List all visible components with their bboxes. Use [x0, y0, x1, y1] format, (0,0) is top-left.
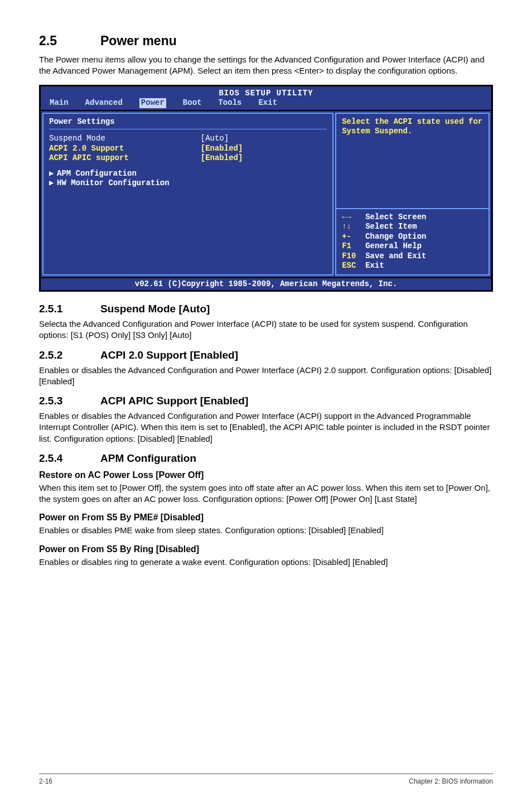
key-row: ↑↓Select Item: [342, 222, 483, 232]
key-row: ESCExit: [342, 261, 483, 271]
bios-submenu-label: HW Monitor Configuration: [57, 178, 170, 187]
key-icon: ←→: [342, 212, 362, 223]
key-desc: Change Option: [365, 232, 426, 242]
subsection-number: 2.5.4: [39, 452, 100, 465]
item-heading: Power on From S5 By PME# [Disabled]: [39, 513, 493, 523]
key-desc: Select Item: [365, 222, 417, 232]
key-icon: F10: [342, 252, 362, 262]
subsection-number: 2.5.1: [39, 303, 100, 315]
bios-tab-exit[interactable]: Exit: [258, 98, 277, 108]
bios-screenshot: BIOS SETUP UTILITY Main Advanced Power B…: [39, 85, 493, 292]
bios-item-value: [Enabled]: [201, 144, 327, 154]
page-number: 2-16: [39, 777, 52, 785]
key-icon: ESC: [342, 261, 362, 271]
section-number: 2.5: [39, 33, 100, 49]
subsection-number: 2.5.2: [39, 349, 100, 361]
key-row: F10Save and Exit: [342, 252, 483, 262]
bios-footer: v02.61 (C)Copyright 1985-2009, American …: [41, 277, 491, 291]
bios-tabs: Main Advanced Power Boot Tools Exit: [44, 98, 488, 108]
key-desc: Select Screen: [365, 212, 426, 223]
item-body: When this item set to [Power Off], the s…: [39, 482, 493, 505]
subsection-body: Enables or disables the Advanced Configu…: [39, 410, 493, 445]
bios-panel-title: Power Settings: [49, 117, 327, 127]
subsection-title: ACPI APIC Support [Enabled]: [100, 395, 248, 407]
bios-tab-tools[interactable]: Tools: [218, 98, 241, 108]
key-desc: Save and Exit: [365, 252, 426, 262]
bios-item-label: ACPI APIC support: [49, 153, 201, 163]
bios-tab-boot[interactable]: Boot: [183, 98, 202, 108]
bios-key-legend: ←→Select Screen ↑↓Select Item +-Change O…: [335, 209, 490, 276]
bios-submenu-label: APM Configuration: [57, 169, 137, 178]
subsection-title: APM Configuration: [100, 452, 196, 464]
bios-tab-main[interactable]: Main: [50, 98, 69, 108]
bios-tab-advanced[interactable]: Advanced: [85, 98, 123, 108]
subsection-heading: 2.5.4APM Configuration: [39, 452, 493, 465]
bios-item-suspend-mode[interactable]: Suspend Mode [Auto]: [49, 134, 327, 144]
spacer: [49, 163, 327, 169]
chapter-label: Chapter 2: BIOS information: [409, 777, 493, 785]
triangle-right-icon: ▶: [49, 178, 57, 189]
item-body: Enables or disables ring to generate a w…: [39, 557, 493, 568]
intro-paragraph: The Power menu items allow you to change…: [39, 54, 493, 77]
subsection-title: ACPI 2.0 Support [Enabled]: [100, 349, 238, 361]
subsection-body: Enables or disables the Advanced Configu…: [39, 365, 493, 388]
bios-item-label: Suspend Mode: [49, 134, 201, 144]
bios-item-acpi-apic[interactable]: ACPI APIC support [Enabled]: [49, 153, 327, 163]
key-icon: F1: [342, 241, 362, 252]
subsection-heading: 2.5.1Suspend Mode [Auto]: [39, 303, 493, 315]
item-heading: Power on From S5 By Ring [Disabled]: [39, 544, 493, 554]
key-desc: General Help: [365, 241, 422, 252]
subsection-number: 2.5.3: [39, 395, 100, 407]
key-desc: Exit: [365, 261, 384, 271]
subsection-heading: 2.5.3ACPI APIC Support [Enabled]: [39, 395, 493, 407]
bios-right-panel: Select the ACPI state used for System Su…: [335, 113, 490, 276]
divider: [49, 129, 327, 129]
bios-help-text: Select the ACPI state used for System Su…: [335, 113, 490, 209]
bios-submenu-apm[interactable]: ▶APM Configuration: [49, 169, 327, 179]
bios-item-value: [Auto]: [201, 134, 327, 144]
subsection-heading: 2.5.2ACPI 2.0 Support [Enabled]: [39, 349, 493, 361]
bios-header: BIOS SETUP UTILITY Main Advanced Power B…: [41, 86, 491, 110]
bios-item-acpi20[interactable]: ACPI 2.0 Support [Enabled]: [49, 144, 327, 154]
bios-body: Power Settings Suspend Mode [Auto] ACPI …: [41, 110, 491, 277]
triangle-right-icon: ▶: [49, 169, 57, 179]
subsection-body: Selecta the Advanced Configuration and P…: [39, 318, 493, 341]
page-footer: 2-16 Chapter 2: BIOS information: [39, 774, 493, 785]
key-row: F1General Help: [342, 241, 483, 252]
bios-left-panel: Power Settings Suspend Mode [Auto] ACPI …: [42, 113, 333, 276]
item-body: Enables or disables PME wake from sleep …: [39, 525, 493, 536]
key-icon: +-: [342, 232, 362, 242]
bios-item-label: ACPI 2.0 Support: [49, 144, 201, 154]
key-row: ←→Select Screen: [342, 212, 483, 223]
bios-submenu-hwmonitor[interactable]: ▶HW Monitor Configuration: [49, 178, 327, 189]
bios-tab-power[interactable]: Power: [139, 98, 166, 108]
bios-title: BIOS SETUP UTILITY: [44, 89, 488, 99]
key-row: +-Change Option: [342, 232, 483, 242]
section-heading: 2.5Power menu: [39, 33, 493, 49]
key-icon: ↑↓: [342, 222, 362, 232]
item-heading: Restore on AC Power Loss [Power Off]: [39, 470, 493, 480]
section-title-text: Power menu: [100, 33, 177, 48]
subsection-title: Suspend Mode [Auto]: [100, 303, 210, 315]
bios-item-value: [Enabled]: [201, 153, 327, 163]
